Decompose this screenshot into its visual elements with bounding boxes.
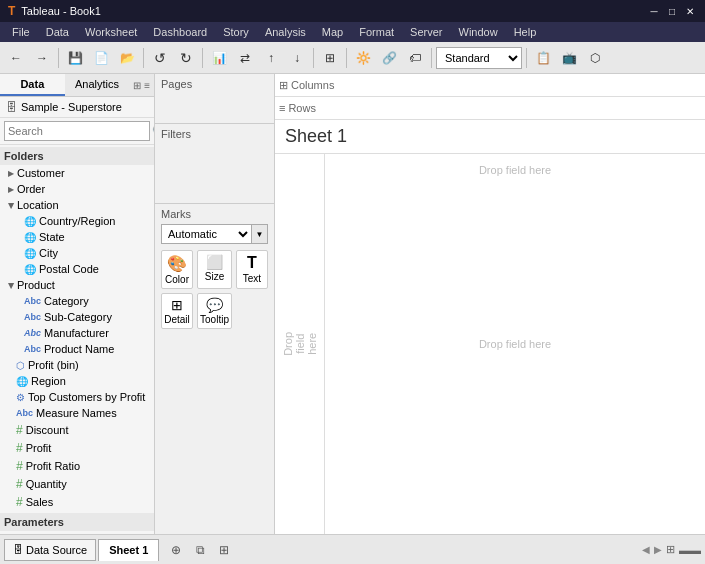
label-button[interactable]: 🏷 bbox=[403, 46, 427, 70]
field-profit-bin-label: Profit (bin) bbox=[28, 359, 79, 371]
present-button[interactable]: 📺 bbox=[557, 46, 581, 70]
menu-window[interactable]: Window bbox=[451, 22, 506, 42]
view-select[interactable]: Standard Fit Width Entire View bbox=[436, 47, 522, 69]
undo-button[interactable]: ↺ bbox=[148, 46, 172, 70]
rows-label-text: Rows bbox=[288, 102, 316, 114]
tab-data[interactable]: Data bbox=[0, 74, 65, 96]
menu-story[interactable]: Story bbox=[215, 22, 257, 42]
sort-asc-button[interactable]: ↑ bbox=[259, 46, 283, 70]
field-region[interactable]: 🌐 Region bbox=[0, 373, 154, 389]
forward-button[interactable]: → bbox=[30, 46, 54, 70]
folder-customer-label: Customer bbox=[17, 167, 65, 179]
search-input[interactable] bbox=[4, 121, 150, 141]
detail-mark-button[interactable]: ⊞ Detail bbox=[161, 293, 193, 329]
folder-product[interactable]: ▶ Product bbox=[0, 277, 154, 293]
geo-icon: 🌐 bbox=[24, 216, 36, 227]
geo-icon-city: 🌐 bbox=[24, 248, 36, 259]
duplicate-sheet-button[interactable]: ⧉ bbox=[189, 539, 211, 561]
nav-left-icon[interactable]: ◀ bbox=[642, 544, 650, 555]
menu-worksheet[interactable]: Worksheet bbox=[77, 22, 145, 42]
film-view-icon[interactable]: ▬▬ bbox=[679, 544, 701, 556]
field-product-name[interactable]: Abc Product Name bbox=[0, 341, 154, 357]
bottom-right-icons: ◀ ▶ ⊞ ▬▬ bbox=[642, 543, 701, 556]
folder-location[interactable]: ▶ Location bbox=[0, 197, 154, 213]
field-discount[interactable]: # Discount bbox=[0, 421, 154, 439]
share-button[interactable]: ⬡ bbox=[583, 46, 607, 70]
new-dashboard-button[interactable]: ⊞ bbox=[213, 539, 235, 561]
toolbar: ← → 💾 📄 📂 ↺ ↻ 📊 ⇄ ↑ ↓ ⊞ 🔆 🔗 🏷 Standard F… bbox=[0, 42, 705, 74]
maximize-button[interactable]: □ bbox=[665, 4, 679, 18]
highlight-button[interactable]: 🔆 bbox=[351, 46, 375, 70]
folder-customer[interactable]: ▶ Customer bbox=[0, 165, 154, 181]
field-state[interactable]: 🌐 State bbox=[0, 229, 154, 245]
menu-file[interactable]: File bbox=[4, 22, 38, 42]
field-subcategory[interactable]: Abc Sub-Category bbox=[0, 309, 154, 325]
back-button[interactable]: ← bbox=[4, 46, 28, 70]
close-button[interactable]: ✕ bbox=[683, 4, 697, 18]
marks-dropdown-button[interactable]: ▼ bbox=[252, 224, 268, 244]
field-top-customers[interactable]: ⚙ Top Customers by Profit bbox=[0, 389, 154, 405]
sort-desc-button[interactable]: ↓ bbox=[285, 46, 309, 70]
text-mark-button[interactable]: T Text bbox=[236, 250, 268, 289]
minimize-button[interactable]: ─ bbox=[647, 4, 661, 18]
datasource-row[interactable]: 🗄 Sample - Superstore bbox=[0, 97, 154, 118]
panel-tab-icons[interactable]: ⊞ ≡ bbox=[129, 74, 154, 96]
menu-help[interactable]: Help bbox=[506, 22, 545, 42]
menu-dashboard[interactable]: Dashboard bbox=[145, 22, 215, 42]
new-button[interactable]: 📄 bbox=[89, 46, 113, 70]
marks-type-select[interactable]: Automatic Bar Line Area Circle Shape Tex… bbox=[161, 224, 252, 244]
tab-datasource[interactable]: 🗄 Data Source bbox=[4, 539, 96, 561]
grid-view-icon[interactable]: ⊞ bbox=[666, 543, 675, 556]
folder-order-label: Order bbox=[17, 183, 45, 195]
add-sheet-button[interactable]: ⊕ bbox=[165, 539, 187, 561]
field-country-region-label: Country/Region bbox=[39, 215, 115, 227]
field-profit[interactable]: # Profit bbox=[0, 439, 154, 457]
field-category[interactable]: Abc Category bbox=[0, 293, 154, 309]
toolbar-separator-3 bbox=[202, 48, 203, 68]
field-measure-names[interactable]: Abc Measure Names bbox=[0, 405, 154, 421]
marks-label: Marks bbox=[161, 208, 268, 220]
field-quantity[interactable]: # Quantity bbox=[0, 475, 154, 493]
canvas-body: Drop field here Dropfieldhere Drop field… bbox=[275, 154, 705, 534]
field-profit-ratio[interactable]: # Profit Ratio bbox=[0, 457, 154, 475]
show-me-button[interactable]: 📋 bbox=[531, 46, 555, 70]
tooltip-mark-button[interactable]: 💬 Tooltip bbox=[197, 293, 232, 329]
chevron-order: ▶ bbox=[8, 185, 14, 194]
abc-icon-measure-names: Abc bbox=[16, 408, 33, 418]
toolbar-separator-2 bbox=[143, 48, 144, 68]
field-manufacturer[interactable]: Abc Manufacturer bbox=[0, 325, 154, 341]
fit-button[interactable]: ⊞ bbox=[318, 46, 342, 70]
tab-sheet1[interactable]: Sheet 1 bbox=[98, 539, 159, 561]
size-mark-button[interactable]: ⬜ Size bbox=[197, 250, 232, 289]
nav-right-icon[interactable]: ▶ bbox=[654, 544, 662, 555]
hash-icon-sales: # bbox=[16, 495, 23, 509]
group-button[interactable]: 🔗 bbox=[377, 46, 401, 70]
menu-map[interactable]: Map bbox=[314, 22, 351, 42]
field-city[interactable]: 🌐 City bbox=[0, 245, 154, 261]
columns-shelf-content[interactable] bbox=[339, 76, 701, 94]
swap-button[interactable]: ⇄ bbox=[233, 46, 257, 70]
main-drop-zone[interactable]: Drop field here bbox=[325, 154, 705, 534]
redo-button[interactable]: ↻ bbox=[174, 46, 198, 70]
save-button[interactable]: 💾 bbox=[63, 46, 87, 70]
menu-analysis[interactable]: Analysis bbox=[257, 22, 314, 42]
field-country-region[interactable]: 🌐 Country/Region bbox=[0, 213, 154, 229]
tab-analytics[interactable]: Analytics bbox=[65, 74, 130, 96]
field-sales-label: Sales bbox=[26, 496, 54, 508]
panel-tabs: Data Analytics ⊞ ≡ bbox=[0, 74, 154, 97]
chart-type-button[interactable]: 📊 bbox=[207, 46, 231, 70]
open-button[interactable]: 📂 bbox=[115, 46, 139, 70]
rows-shelf-content[interactable] bbox=[339, 99, 701, 117]
menu-data[interactable]: Data bbox=[38, 22, 77, 42]
left-drop-zone[interactable]: Dropfieldhere bbox=[275, 154, 325, 534]
field-postal-code[interactable]: 🌐 Postal Code bbox=[0, 261, 154, 277]
field-profit-bin[interactable]: ⬡ Profit (bin) bbox=[0, 357, 154, 373]
menu-server[interactable]: Server bbox=[402, 22, 450, 42]
color-mark-button[interactable]: 🎨 Color bbox=[161, 250, 193, 289]
columns-grid-icon: ⊞ bbox=[279, 79, 288, 92]
title-bar: T Tableau - Book1 ─ □ ✕ bbox=[0, 0, 705, 22]
field-profit-bin-size[interactable]: # Profit Bin Size bbox=[0, 531, 154, 534]
folder-order[interactable]: ▶ Order bbox=[0, 181, 154, 197]
menu-format[interactable]: Format bbox=[351, 22, 402, 42]
field-sales[interactable]: # Sales bbox=[0, 493, 154, 511]
